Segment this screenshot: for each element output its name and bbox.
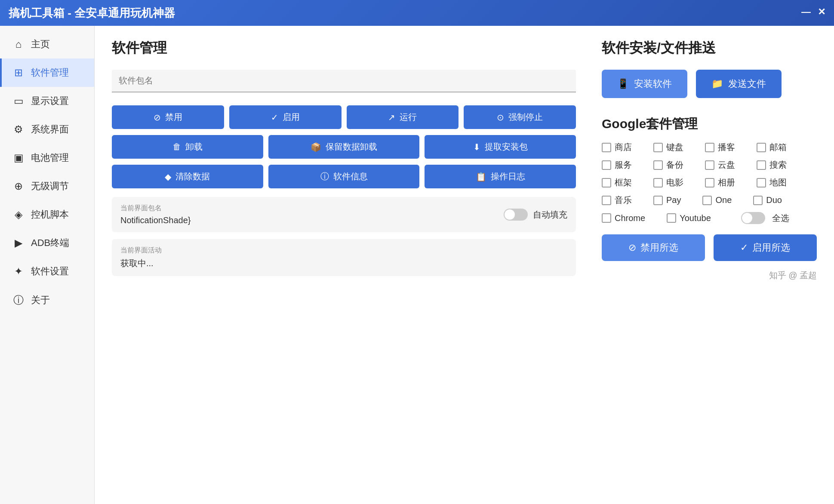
close-button[interactable]: ✕ [818, 6, 825, 18]
sidebar-label-adjust: 无级调节 [31, 180, 69, 193]
service-checkbox[interactable] [602, 160, 611, 170]
music-checkbox[interactable] [602, 196, 611, 205]
app-title: 搞机工具箱 - 全安卓通用玩机神器 [9, 6, 175, 21]
left-panel: 软件管理 ⊘ 禁用 ✓ 启用 ↗ 运行 ⊙ [112, 39, 576, 491]
movies-checkbox[interactable] [653, 178, 663, 187]
photos-checkbox[interactable] [705, 178, 714, 187]
one-checkbox[interactable] [702, 196, 712, 205]
app-info-button[interactable]: ⓘ 软件信息 [268, 165, 420, 188]
app-body: ⌂ 主页 ⊞ 软件管理 ▭ 显示设置 ⚙ 系统界面 ▣ 电池管理 ⊕ 无级调节 [0, 26, 834, 504]
uninstall-button[interactable]: 🗑 卸载 [112, 135, 263, 159]
window-controls: — ✕ [801, 6, 825, 18]
sidebar-label-adb: ADB终端 [31, 237, 69, 249]
main-content: 软件管理 ⊘ 禁用 ✓ 启用 ↗ 运行 ⊙ [95, 26, 834, 504]
button-row-3: ◆ 清除数据 ⓘ 软件信息 📋 操作日志 [112, 165, 576, 188]
google-row-3: 框架 电影 相册 [602, 177, 817, 188]
framework-checkbox[interactable] [602, 178, 611, 187]
autofill-toggle[interactable] [504, 209, 528, 221]
enable-button[interactable]: ✓ 启用 [229, 105, 342, 129]
sidebar-label-settings: 软件设置 [31, 265, 69, 278]
sidebar-item-display[interactable]: ▭ 显示设置 [0, 87, 94, 115]
check-icon: ✓ [271, 112, 278, 123]
clear-data-button[interactable]: ◆ 清除数据 [112, 165, 263, 188]
maps-checkbox[interactable] [757, 178, 766, 187]
checkbox-music[interactable]: 音乐 [602, 194, 632, 206]
checkbox-backup[interactable]: 备份 [653, 159, 683, 171]
sidebar-item-system[interactable]: ⚙ 系统界面 [0, 115, 94, 144]
autofill-toggle-wrap: 自动填充 [504, 209, 567, 221]
extract-button[interactable]: ⬇ 提取安装包 [425, 135, 576, 159]
checkbox-service[interactable]: 服务 [602, 159, 632, 171]
youtube-checkbox[interactable] [667, 213, 676, 223]
package-label: 当前界面包名 [120, 204, 191, 213]
install-buttons: 📱 安装软件 📁 发送文件 [602, 70, 817, 98]
checkbox-search[interactable]: 搜索 [757, 159, 787, 171]
checkbox-pay[interactable]: Pay [653, 195, 681, 205]
checkbox-movies[interactable]: 电影 [653, 177, 683, 188]
checkbox-photos[interactable]: 相册 [705, 177, 735, 188]
chrome-checkbox[interactable] [602, 213, 611, 223]
checkbox-store[interactable]: 商店 [602, 141, 632, 153]
disable-all-button[interactable]: ⊘ 禁用所选 [602, 234, 705, 261]
run-button[interactable]: ↗ 运行 [347, 105, 459, 129]
checkbox-drive[interactable]: 云盘 [705, 159, 735, 171]
gear-icon: ⚙ [12, 123, 25, 135]
sidebar-item-adjust[interactable]: ⊕ 无级调节 [0, 172, 94, 200]
checkbox-player[interactable]: 播客 [705, 141, 735, 153]
home-icon: ⌂ [12, 38, 25, 50]
keyboard-checkbox[interactable] [653, 143, 663, 152]
google-title: Google套件管理 [602, 115, 817, 133]
sidebar-label-system: 系统界面 [31, 123, 69, 136]
sidebar-label-about: 关于 [31, 294, 50, 307]
sidebar-item-script[interactable]: ◈ 控机脚本 [0, 200, 94, 229]
ban-icon: ⊘ [154, 112, 161, 123]
search-input[interactable] [112, 70, 576, 92]
search-checkbox[interactable] [757, 160, 766, 170]
right-panel: 软件安装/文件推送 📱 安装软件 📁 发送文件 Google套件管理 [602, 39, 817, 491]
sidebar-item-adb[interactable]: ▶ ADB终端 [0, 229, 94, 257]
watermark: 知乎 @ 孟超 [602, 270, 817, 281]
google-row-4: 音乐 Pay One [602, 194, 817, 206]
force-stop-button[interactable]: ⊙ 强制停止 [464, 105, 576, 129]
left-panel-title: 软件管理 [112, 39, 576, 58]
disable-button[interactable]: ⊘ 禁用 [112, 105, 224, 129]
checkbox-maps[interactable]: 地图 [757, 177, 787, 188]
drive-checkbox[interactable] [705, 160, 714, 170]
store-checkbox[interactable] [602, 143, 611, 152]
sidebar-item-home[interactable]: ⌂ 主页 [0, 30, 94, 58]
sidebar-item-software[interactable]: ⊞ 软件管理 [0, 58, 94, 87]
checkbox-youtube[interactable]: Youtube [667, 213, 711, 223]
checkbox-framework[interactable]: 框架 [602, 177, 632, 188]
enable-all-button[interactable]: ✓ 启用所选 [714, 234, 817, 261]
install-title: 软件安装/文件推送 [602, 39, 817, 58]
pay-checkbox[interactable] [653, 196, 663, 205]
player-checkbox[interactable] [705, 143, 714, 152]
sidebar-item-battery[interactable]: ▣ 电池管理 [0, 144, 94, 172]
minimize-button[interactable]: — [801, 6, 811, 18]
run-icon: ↗ [388, 112, 395, 123]
current-package-card: 当前界面包名 NotificationShade} 自动填充 [112, 197, 576, 232]
info-icon: ⓘ [12, 293, 25, 307]
checkbox-keyboard[interactable]: 键盘 [653, 141, 683, 153]
email-checkbox[interactable] [757, 143, 766, 152]
sidebar-item-settings[interactable]: ✦ 软件设置 [0, 257, 94, 286]
checkbox-one[interactable]: One [702, 195, 732, 205]
google-checkboxes: 商店 键盘 播客 [602, 141, 817, 224]
checkbox-chrome[interactable]: Chrome [602, 213, 645, 223]
keep-uninstall-button[interactable]: 📦 保留数据卸载 [268, 135, 420, 159]
backup-checkbox[interactable] [653, 160, 663, 170]
sidebar-label-home: 主页 [31, 38, 50, 51]
sidebar: ⌂ 主页 ⊞ 软件管理 ▭ 显示设置 ⚙ 系统界面 ▣ 电池管理 ⊕ 无级调节 [0, 26, 95, 504]
duo-checkbox[interactable] [753, 196, 763, 205]
checkbox-email[interactable]: 邮箱 [757, 141, 787, 153]
op-log-button[interactable]: 📋 操作日志 [425, 165, 576, 188]
activity-value: 获取中... [120, 258, 567, 269]
package-row: 当前界面包名 NotificationShade} 自动填充 [120, 204, 567, 225]
package-value: NotificationShade} [120, 215, 191, 225]
select-all-toggle[interactable] [741, 212, 765, 224]
wrench-icon: ✦ [12, 265, 25, 277]
send-file-button[interactable]: 📁 发送文件 [696, 70, 782, 98]
install-software-button[interactable]: 📱 安装软件 [602, 70, 687, 98]
sidebar-item-about[interactable]: ⓘ 关于 [0, 286, 94, 315]
checkbox-duo[interactable]: Duo [753, 195, 782, 205]
